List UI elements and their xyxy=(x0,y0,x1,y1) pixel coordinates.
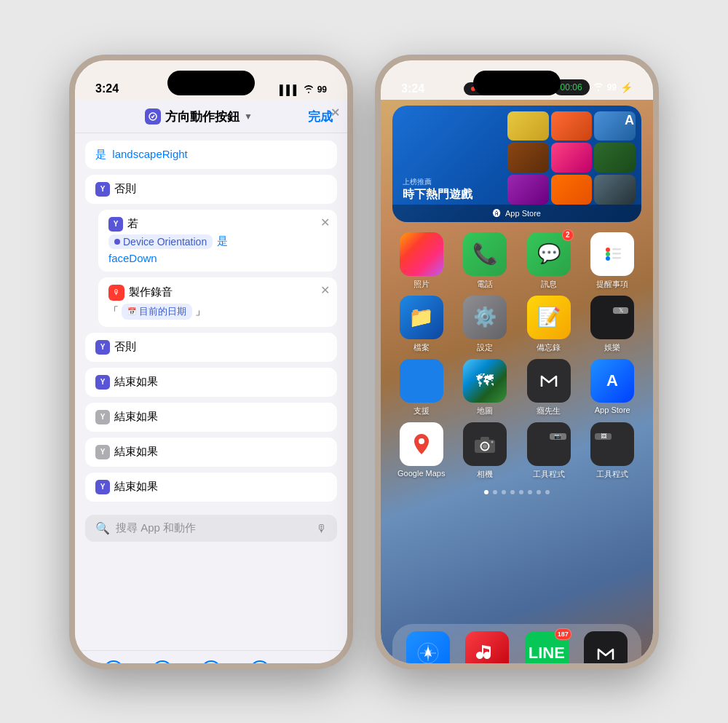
dock-music[interactable] xyxy=(465,631,509,669)
app-entertainment[interactable]: 𝕏 娛樂 xyxy=(584,296,642,353)
info-button[interactable]: ⓘ xyxy=(201,660,221,669)
svg-rect-4 xyxy=(612,248,621,250)
share-button[interactable]: ⬆ xyxy=(250,660,270,669)
app-tools1[interactable]: 📷 工具程式 xyxy=(520,422,578,480)
game-icon-6 xyxy=(594,143,636,173)
shortcuts-blocks: 是 landscapeRight Y 否則 ✕ Y 若 ✕ Device O xyxy=(75,133,347,509)
svg-rect-8 xyxy=(536,368,562,394)
battery-charging: ⚡ xyxy=(620,82,633,93)
nested-if-close[interactable]: ✕ xyxy=(320,216,330,229)
play-button[interactable]: ▶ xyxy=(298,660,319,669)
shortcuts-toolbar: ↩ ↪ ⓘ ⬆ ▶ xyxy=(75,650,347,669)
app-appstore[interactable]: A App Store xyxy=(584,359,642,416)
app-reminders[interactable]: 提醒事項 xyxy=(584,232,642,290)
dynamic-island-left xyxy=(167,71,255,95)
undo-button[interactable]: ↩ xyxy=(103,660,124,669)
shortcuts-header: 方向動作按鈕 ▼ 完成 xyxy=(75,100,347,133)
search-icon: 🔍 xyxy=(95,521,110,535)
app-icon-wrap-reminders xyxy=(590,232,634,276)
wifi-icon-right xyxy=(593,83,604,91)
svg-rect-6 xyxy=(612,257,621,259)
record-icon: 🎙 xyxy=(108,285,124,301)
end-icon-4: Y xyxy=(95,480,110,494)
app-icon-wrap-files: 📁 xyxy=(400,296,443,339)
app-grid-row4: Google Maps 相機 📷 xyxy=(381,416,653,480)
support-label: 支援 xyxy=(414,406,430,416)
facedown-value: faceDown xyxy=(108,252,327,264)
dock-safari[interactable] xyxy=(406,631,450,669)
app-tools2[interactable]: 🖼 工具程式 xyxy=(584,422,642,480)
appstore-footer-icon: 🅐 xyxy=(493,209,501,218)
device-orientation-badge: Device Orientation xyxy=(108,234,213,249)
redo-button[interactable]: ↪ xyxy=(152,660,173,669)
app-notes[interactable]: 📝 備忘錄 xyxy=(520,296,578,353)
widget-inner: 上榜推薦 時下熱門遊戲 A 🅐 App Store xyxy=(392,106,641,222)
app-photos[interactable]: 照片 xyxy=(392,232,451,290)
nested-if-icon: Y xyxy=(108,217,123,232)
end-label-1: 結束如果 xyxy=(114,375,158,389)
dot-6 xyxy=(528,490,532,494)
end-if-3: Y 結束如果 xyxy=(85,438,337,467)
else-icon-1: Y xyxy=(95,182,110,197)
game-icon-4 xyxy=(507,143,549,173)
app-messages[interactable]: 💬 2 訊息 xyxy=(520,232,578,290)
mrmad-icon xyxy=(584,631,628,669)
svg-point-1 xyxy=(606,248,610,252)
record-close[interactable]: ✕ xyxy=(320,283,330,297)
app-icon-wrap-maps: 🗺 xyxy=(463,359,507,403)
app-icon-wrap-mr xyxy=(527,359,571,403)
condition-is: 是 xyxy=(217,234,228,248)
app-files[interactable]: 📁 檔案 xyxy=(392,296,451,353)
done-button[interactable]: 完成 xyxy=(308,108,333,125)
svg-point-11 xyxy=(419,438,424,444)
svg-rect-22 xyxy=(593,641,618,665)
game-icon-9 xyxy=(594,175,636,205)
battery-right: 99 xyxy=(607,82,617,92)
app-support[interactable]: 支援 xyxy=(392,359,451,416)
widget-footer-label: App Store xyxy=(505,209,541,218)
search-bar[interactable]: 🔍 搜尋 App 和動作 🎙 xyxy=(85,515,337,542)
photos-icon xyxy=(400,232,443,276)
nested-if-condition: Device Orientation 是 xyxy=(108,234,327,249)
end-icon-3: Y xyxy=(95,445,110,459)
app-maps[interactable]: 🗺 地圖 xyxy=(456,359,515,416)
app-icon-wrap-photos xyxy=(400,232,443,276)
messages-badge: 2 xyxy=(562,229,574,241)
appstore-label: App Store xyxy=(595,406,630,414)
dock-mrmad[interactable] xyxy=(584,631,628,669)
badge-dot xyxy=(114,239,120,245)
app-icon-wrap-settings: ⚙️ xyxy=(463,296,507,339)
notes-label: 備忘錄 xyxy=(537,342,561,353)
dock-line[interactable]: LINE 187 xyxy=(525,631,569,669)
app-phone[interactable]: 📞 電話 xyxy=(456,232,515,290)
widget-footer: 🅐 App Store xyxy=(392,205,641,222)
app-icon-wrap-messages: 💬 2 xyxy=(527,232,571,276)
app-googlemaps[interactable]: Google Maps xyxy=(392,422,451,480)
else-block-1: Y 否則 ✕ xyxy=(85,175,337,204)
page-dots xyxy=(381,490,653,494)
app-icon-wrap-phone: 📞 xyxy=(463,232,507,276)
googlemaps-icon xyxy=(400,422,443,466)
app-icon-wrap-appstore: A xyxy=(590,359,634,403)
app-mr[interactable]: 癮先生 xyxy=(520,359,578,416)
svg-rect-5 xyxy=(612,253,621,255)
app-icon-wrap-tools2: 🖼 xyxy=(590,422,634,466)
status-right-icons: 00:06 99 ⚡ xyxy=(553,79,633,95)
dot-3 xyxy=(502,490,506,494)
widget-text: 上榜推薦 時下熱門遊戲 xyxy=(403,177,472,201)
svg-point-16 xyxy=(491,440,494,443)
svg-rect-7 xyxy=(409,368,434,393)
app-camera[interactable]: 相機 xyxy=(456,422,515,480)
else-icon-2: Y xyxy=(95,340,110,355)
appstore-widget[interactable]: 上榜推薦 時下熱門遊戲 A 🅐 App Store xyxy=(392,106,641,222)
else-block-2: Y 否則 ✕ xyxy=(85,333,337,362)
dot-5 xyxy=(519,490,523,494)
app-settings[interactable]: ⚙️ 設定 xyxy=(456,296,515,353)
tools2-label: 工具程式 xyxy=(596,469,628,480)
tools2-icon: 🖼 xyxy=(590,422,634,466)
settings-icon: ⚙️ xyxy=(463,296,507,339)
tools1-icon: 📷 xyxy=(527,422,571,466)
app-grid-row2: 📁 檔案 ⚙️ 設定 📝 備忘錄 𝕏 xyxy=(381,290,653,353)
record-label: 製作錄音 xyxy=(129,285,173,299)
googlemaps-label: Google Maps xyxy=(397,469,445,478)
